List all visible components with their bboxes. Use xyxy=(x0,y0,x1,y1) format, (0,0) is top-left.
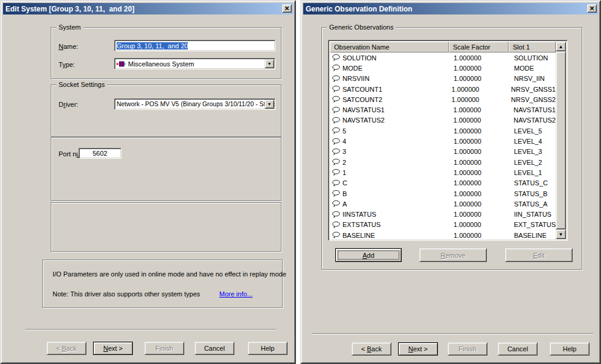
table-row[interactable]: 2 1.000000 LEVEL_2 xyxy=(330,157,556,167)
table-row[interactable]: BASELINE 1.000000 BASELINE xyxy=(330,230,556,239)
empty-frame xyxy=(51,202,281,252)
scroll-up-button[interactable]: ▲ xyxy=(556,42,566,51)
observation-rows: SOLUTION 1.000000 SOLUTION MODE xyxy=(330,53,556,239)
add-button[interactable]: Add xyxy=(335,248,402,262)
observation-name: 4 xyxy=(342,138,346,145)
generic-observation-titlebar[interactable]: Generic Observation Definition × xyxy=(303,3,598,14)
table-header: Observation Name Scale Factor Slot 1 xyxy=(330,42,556,53)
table-row[interactable]: A 1.000000 STATUS_A xyxy=(330,199,556,209)
observation-icon xyxy=(332,180,340,187)
focus-rectangle xyxy=(338,251,399,260)
scroll-down-button[interactable]: ▼ xyxy=(556,229,566,239)
slot-1-value: NRSV_GNSS2 xyxy=(506,96,556,103)
socket-settings-label: Socket Settings xyxy=(56,81,107,89)
generic-observations-group: Generic Observations Observation Name Sc… xyxy=(321,27,582,270)
name-input[interactable]: Group 3, 10, 11, and 20 xyxy=(114,40,275,51)
system-type-icon xyxy=(117,61,126,67)
scale-factor-value: 1.000000 xyxy=(449,54,509,62)
more-info-link[interactable]: More info... xyxy=(219,290,252,298)
observation-name: A xyxy=(342,200,347,208)
name-input-selected-text: Group 3, 10, 11, and 20 xyxy=(117,42,188,49)
close-button[interactable]: × xyxy=(587,4,597,13)
info-box: I/O Parameters are only used in online m… xyxy=(42,260,283,308)
observation-icon xyxy=(332,232,340,238)
observation-icon xyxy=(332,222,340,228)
slot-1-value: NRSV_IIN xyxy=(509,75,556,82)
observation-icon xyxy=(332,190,340,197)
name-label: Name: xyxy=(59,43,78,50)
type-label: Type: xyxy=(59,61,75,68)
port-frame: Port number: 5602 xyxy=(51,137,281,201)
slot-1-value: NAVSTATUS1 xyxy=(508,106,556,113)
port-number-input[interactable]: 5602 xyxy=(79,148,121,159)
system-group-label: System xyxy=(56,24,83,31)
observation-name: C xyxy=(342,179,347,187)
slot-1-value: LEVEL_3 xyxy=(509,148,556,155)
slot-1-value: NAVSTATUS2 xyxy=(508,117,556,124)
type-combobox[interactable]: Miscellaneous System ▼ xyxy=(114,58,275,69)
type-value: Miscellaneous System xyxy=(128,60,194,68)
observation-icon xyxy=(332,54,340,61)
observation-icon xyxy=(332,107,340,113)
cancel-button[interactable]: Cancel xyxy=(498,342,538,356)
observation-icon xyxy=(332,117,340,124)
table-row[interactable]: 1 1.000000 LEVEL_1 xyxy=(330,167,556,177)
slot-1-value: EXT_STATUS xyxy=(509,221,556,228)
observation-icon xyxy=(332,159,340,165)
edit-system-dialog: Edit System [Group 3, 10, 11, and 20] × … xyxy=(0,0,296,364)
observations-table: Observation Name Scale Factor Slot 1 SOL… xyxy=(328,40,568,241)
driver-label: Driver: xyxy=(59,101,78,108)
edit-system-titlebar[interactable]: Edit System [Group 3, 10, 11, and 20] × xyxy=(3,3,293,14)
table-row[interactable]: C 1.000000 STATUS_C xyxy=(330,178,556,188)
close-button[interactable]: × xyxy=(282,4,292,13)
scale-factor-value: 1.000000 xyxy=(449,75,509,82)
observation-name: SOLUTION xyxy=(342,54,376,62)
next-button[interactable]: Next > xyxy=(93,342,133,355)
slot-1-value: MODE xyxy=(509,65,556,72)
slot-1-value: BASELINE xyxy=(509,232,556,239)
cancel-button[interactable]: Cancel xyxy=(194,342,234,355)
table-row[interactable]: NRSVIIN 1.000000 NRSV_IIN xyxy=(330,74,556,84)
slot-1-value: LEVEL_2 xyxy=(509,159,556,166)
next-button[interactable]: Next > xyxy=(398,342,438,356)
table-row[interactable]: IINSTATUS 1.000000 IIN_STATUS xyxy=(330,209,556,219)
generic-observation-dialog: Generic Observation Definition × Generic… xyxy=(300,0,601,364)
chevron-down-icon: ▼ xyxy=(268,62,272,66)
help-button[interactable]: Help xyxy=(550,342,590,356)
vertical-scrollbar[interactable]: ▲ ▼ xyxy=(556,42,566,239)
slot-1-value: STATUS_A xyxy=(509,200,556,208)
table-row[interactable]: EXTSTATUS 1.000000 EXT_STATUS xyxy=(330,220,556,230)
table-row[interactable]: MODE 1.000000 MODE xyxy=(330,63,556,73)
column-header-slot-1[interactable]: Slot 1 xyxy=(509,42,556,53)
column-header-scale-factor[interactable]: Scale Factor xyxy=(449,42,509,53)
finish-button: Finish xyxy=(144,342,184,355)
scroll-down-icon: ▼ xyxy=(559,232,564,237)
scale-factor-value: 1.000000 xyxy=(449,200,509,208)
table-row[interactable]: SOLUTION 1.000000 SOLUTION xyxy=(330,53,556,63)
scale-factor-value: 1.000000 xyxy=(449,169,509,176)
driver-dropdown-button[interactable]: ▼ xyxy=(265,100,274,109)
observation-name: SATCOUNT1 xyxy=(342,86,382,93)
help-button[interactable]: Help xyxy=(248,342,288,355)
back-button[interactable]: < Back xyxy=(352,342,391,356)
scale-factor-value: 1.000000 xyxy=(449,179,509,187)
observation-icon xyxy=(332,86,340,92)
table-row[interactable]: SATCOUNT1 1.000000 NRSV_GNSS1 xyxy=(330,84,556,94)
slot-1-value: SOLUTION xyxy=(509,54,556,62)
driver-combobox[interactable]: Network - POS MV V5 (Binary Groups 3/10/… xyxy=(114,98,275,110)
column-header-observation-name[interactable]: Observation Name xyxy=(330,42,449,53)
table-row[interactable]: 5 1.000000 LEVEL_5 xyxy=(330,126,556,136)
observation-icon xyxy=(332,138,340,145)
scrollbar-thumb[interactable] xyxy=(556,51,566,229)
type-dropdown-button[interactable]: ▼ xyxy=(265,59,274,68)
table-row[interactable]: SATCOUNT2 1.000000 NRSV_GNSS2 xyxy=(330,94,556,104)
table-row[interactable]: NAVSTATUS2 1.000000 NAVSTATUS2 xyxy=(330,115,556,126)
socket-settings-group: Socket Settings Driver: Network - POS MV… xyxy=(51,85,281,137)
table-row[interactable]: 4 1.000000 LEVEL_4 xyxy=(330,136,556,146)
table-row[interactable]: 3 1.000000 LEVEL_3 xyxy=(330,147,556,157)
table-row[interactable]: NAVSTATUS1 1.000000 NAVSTATUS1 xyxy=(330,104,556,115)
slot-1-value: NRSV_GNSS1 xyxy=(506,86,556,93)
observation-name: SATCOUNT2 xyxy=(342,96,382,103)
table-row[interactable]: B 1.000000 STATUS_B xyxy=(330,188,556,199)
scale-factor-value: 1.000000 xyxy=(449,106,509,113)
